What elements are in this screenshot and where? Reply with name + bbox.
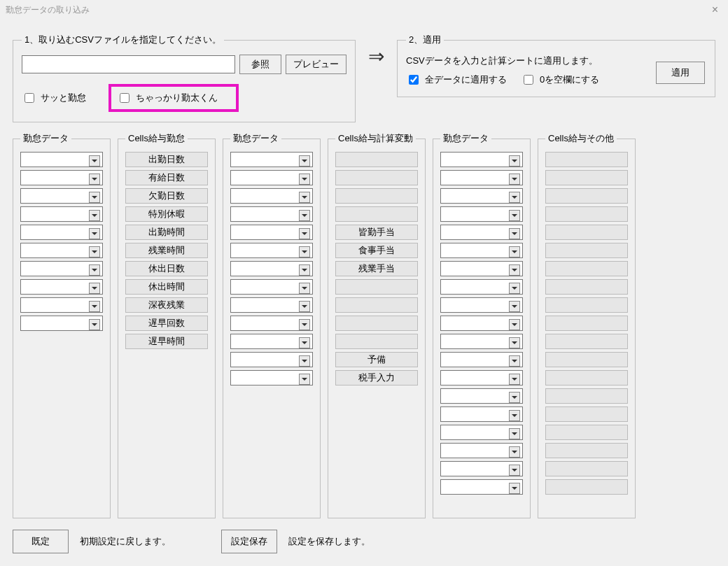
col-c-combo-1[interactable]: [230, 170, 313, 185]
column-e-legend: 勤怠データ: [440, 132, 491, 145]
col-a-combo-5[interactable]: [20, 243, 103, 258]
col-c-combo-11[interactable]: [230, 352, 313, 367]
column-a-legend: 勤怠データ: [20, 132, 71, 145]
col-b-label-1: 有給日数: [125, 170, 208, 185]
col-c-combo-6[interactable]: [230, 261, 313, 276]
column-cells-kintai: Cells給与勤怠 出勤日数有給日数欠勤日数特別休暇出勤時間残業時間休出日数休出…: [118, 132, 216, 518]
checkbox-satto-kintai-label: サッと勤怠: [41, 92, 86, 104]
col-e-combo-14[interactable]: [440, 406, 523, 422]
column-cells-calc: Cells給与計算変動 皆勤手当食事手当残業手当 予備税手入力: [328, 132, 426, 518]
col-c-combo-3[interactable]: [230, 206, 313, 222]
col-d-label-3: [335, 206, 418, 222]
col-e-combo-8[interactable]: [440, 297, 523, 313]
checkbox-chakkari-kinta-input[interactable]: [120, 93, 130, 103]
col-f-label-11: [545, 352, 628, 367]
col-e-combo-12[interactable]: [440, 370, 523, 385]
col-d-label-6: 残業手当: [335, 261, 418, 276]
col-d-label-10: [335, 334, 418, 349]
col-e-combo-0[interactable]: [440, 152, 523, 167]
col-b-label-8: 深夜残業: [125, 297, 208, 313]
csv-path-input[interactable]: [22, 55, 235, 73]
col-b-label-9: 遅早回数: [125, 316, 208, 331]
col-b-label-7: 休出時間: [125, 279, 208, 295]
column-kintai-data-3: 勤怠データ: [433, 132, 531, 518]
col-b-label-5: 残業時間: [125, 243, 208, 258]
col-e-combo-3[interactable]: [440, 206, 523, 222]
browse-button[interactable]: 参照: [239, 55, 281, 74]
col-e-combo-11[interactable]: [440, 352, 523, 367]
col-b-label-6: 休出日数: [125, 261, 208, 276]
col-b-label-2: 欠勤日数: [125, 188, 208, 204]
col-c-combo-12[interactable]: [230, 370, 313, 385]
col-a-combo-4[interactable]: [20, 225, 103, 240]
col-c-combo-10[interactable]: [230, 334, 313, 349]
col-e-combo-17[interactable]: [440, 461, 523, 476]
checkbox-satto-kintai-input[interactable]: [24, 93, 34, 103]
section2-legend: 2、適用: [406, 34, 444, 46]
col-a-combo-3[interactable]: [20, 206, 103, 222]
section1-legend: 1、取り込むCSVファイルを指定してください。: [22, 34, 224, 46]
checkbox-apply-all-label: 全データに適用する: [425, 73, 507, 86]
col-f-label-8: [545, 297, 628, 313]
col-e-combo-5[interactable]: [440, 243, 523, 258]
checkbox-apply-all[interactable]: 全データに適用する: [406, 73, 507, 87]
col-c-combo-9[interactable]: [230, 316, 313, 331]
preview-button[interactable]: プレビュー: [286, 55, 346, 74]
col-f-label-10: [545, 334, 628, 349]
col-c-combo-5[interactable]: [230, 243, 313, 258]
col-d-label-12: 税手入力: [335, 370, 418, 385]
col-e-combo-10[interactable]: [440, 334, 523, 349]
save-settings-button[interactable]: 設定保存: [221, 530, 277, 553]
col-f-label-9: [545, 316, 628, 331]
col-e-combo-4[interactable]: [440, 225, 523, 240]
col-f-label-16: [545, 443, 628, 458]
col-d-label-7: [335, 279, 418, 295]
column-f-legend: Cells給与その他: [545, 132, 617, 145]
col-f-label-1: [545, 170, 628, 185]
col-e-combo-16[interactable]: [440, 443, 523, 458]
col-e-combo-9[interactable]: [440, 316, 523, 331]
col-e-combo-15[interactable]: [440, 425, 523, 440]
col-f-label-3: [545, 206, 628, 222]
checkbox-satto-kintai[interactable]: サッと勤怠: [22, 91, 86, 105]
col-d-label-0: [335, 152, 418, 167]
col-f-label-12: [545, 370, 628, 385]
col-e-combo-2[interactable]: [440, 188, 523, 204]
col-c-combo-7[interactable]: [230, 279, 313, 295]
col-e-combo-7[interactable]: [440, 279, 523, 295]
apply-button[interactable]: 適用: [656, 62, 705, 84]
close-icon[interactable]: ×: [708, 3, 722, 16]
col-a-combo-2[interactable]: [20, 188, 103, 204]
checkbox-chakkari-kinta[interactable]: ちゃっかり勤太くん: [117, 91, 218, 105]
checkbox-zero-blank[interactable]: 0を空欄にする: [521, 73, 599, 87]
col-b-label-3: 特別休暇: [125, 206, 208, 222]
default-button[interactable]: 既定: [13, 530, 69, 553]
col-e-combo-6[interactable]: [440, 261, 523, 276]
col-d-label-5: 食事手当: [335, 243, 418, 258]
col-d-label-8: [335, 297, 418, 313]
col-a-combo-8[interactable]: [20, 297, 103, 313]
col-a-combo-7[interactable]: [20, 279, 103, 295]
col-b-label-10: 遅早時間: [125, 334, 208, 349]
col-f-label-13: [545, 388, 628, 404]
col-c-combo-0[interactable]: [230, 152, 313, 167]
col-e-combo-18[interactable]: [440, 479, 523, 495]
col-a-combo-0[interactable]: [20, 152, 103, 167]
col-e-combo-13[interactable]: [440, 388, 523, 404]
col-b-label-4: 出勤時間: [125, 225, 208, 240]
col-c-combo-2[interactable]: [230, 188, 313, 204]
checkbox-apply-all-input[interactable]: [409, 75, 419, 85]
checkbox-zero-blank-input[interactable]: [524, 75, 533, 85]
col-f-label-2: [545, 188, 628, 204]
col-e-combo-1[interactable]: [440, 170, 523, 185]
col-b-label-0: 出勤日数: [125, 152, 208, 167]
col-a-combo-9[interactable]: [20, 316, 103, 331]
col-f-label-4: [545, 225, 628, 240]
col-a-combo-6[interactable]: [20, 261, 103, 276]
col-c-combo-8[interactable]: [230, 297, 313, 313]
col-a-combo-1[interactable]: [20, 170, 103, 185]
col-d-label-9: [335, 316, 418, 331]
col-d-label-11: 予備: [335, 352, 418, 367]
col-c-combo-4[interactable]: [230, 225, 313, 240]
checkbox-chakkari-kinta-label: ちゃっかり勤太くん: [136, 92, 218, 104]
